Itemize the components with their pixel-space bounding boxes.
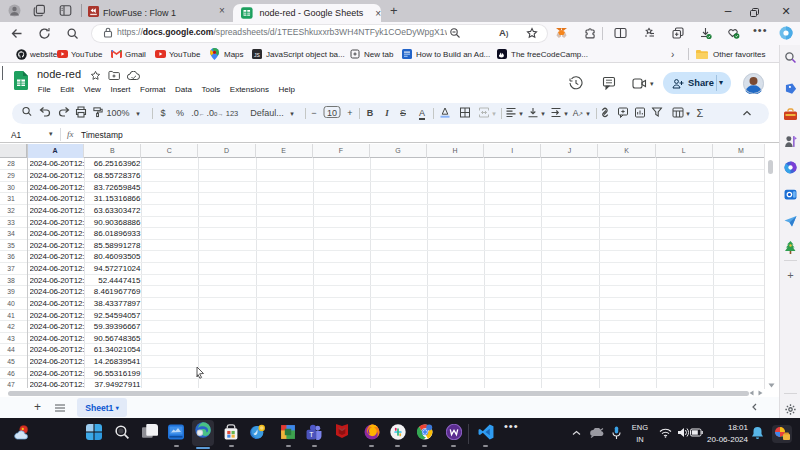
svg-text:T: T xyxy=(309,431,314,438)
svg-text:JS: JS xyxy=(254,52,261,58)
